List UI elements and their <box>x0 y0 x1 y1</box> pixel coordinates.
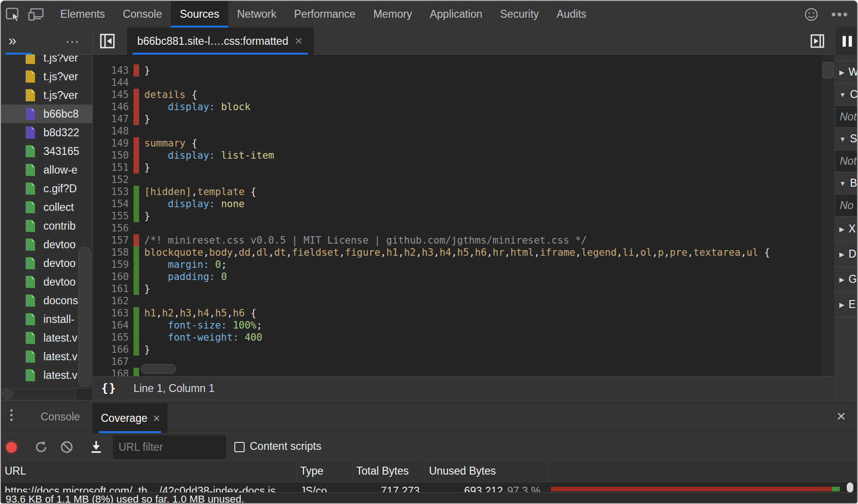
file-tree-item[interactable]: t.js?ver <box>1 55 93 67</box>
sidebar-section-header[interactable]: ▶E <box>835 292 858 317</box>
line-number[interactable]: 162 <box>93 295 129 307</box>
file-tree-item[interactable]: collect <box>1 198 93 217</box>
column-header-type[interactable]: Type <box>300 465 324 477</box>
line-number[interactable]: 155 <box>93 210 129 222</box>
line-number[interactable]: 150 <box>93 149 129 161</box>
file-tree-item[interactable]: c.gif?D <box>1 179 93 198</box>
file-tree-item[interactable]: t.js?ver <box>1 86 93 105</box>
code-text[interactable]: margin: 0; <box>144 259 227 271</box>
line-number[interactable]: 154 <box>93 198 129 210</box>
editor-vertical-scrollbar[interactable] <box>823 62 834 78</box>
drawer-close-icon[interactable]: × <box>837 408 846 424</box>
top-tab-network[interactable]: Network <box>228 1 285 28</box>
line-number[interactable]: 163 <box>93 307 129 319</box>
record-coverage-button[interactable] <box>6 442 17 453</box>
code-text[interactable]: padding: 0 <box>144 271 227 283</box>
file-tree-item[interactable]: 343165 <box>1 142 93 161</box>
code-text[interactable]: /*! minireset.css v0.0.5 | MIT License |… <box>144 234 587 246</box>
sidebar-section-header[interactable]: ▶X <box>835 217 858 242</box>
code-text[interactable]: display: block <box>144 101 251 113</box>
code-text[interactable]: [hidden],template { <box>144 186 256 198</box>
top-tab-sources[interactable]: Sources <box>171 1 228 28</box>
sidebar-section-header[interactable]: ▼S <box>835 128 858 150</box>
hide-navigator-icon[interactable] <box>100 34 115 49</box>
line-number[interactable]: 164 <box>93 319 129 331</box>
sidebar-section-header[interactable]: ▶D <box>835 242 858 267</box>
code-text[interactable]: summary { <box>144 137 197 149</box>
code-text[interactable]: } <box>144 343 150 356</box>
file-tree-item[interactable]: t.js?ver <box>1 67 93 86</box>
pause-script-button[interactable] <box>835 28 858 55</box>
code-text[interactable]: details { <box>144 89 197 101</box>
line-number[interactable]: 145 <box>93 89 129 101</box>
table-vertical-scrollbar[interactable] <box>847 483 853 492</box>
clear-block-icon[interactable] <box>60 440 74 454</box>
top-tab-security[interactable]: Security <box>491 1 548 28</box>
line-number[interactable]: 143 <box>93 64 129 77</box>
pretty-print-icon[interactable]: {} <box>101 382 117 395</box>
code-text[interactable]: } <box>144 64 150 77</box>
line-number[interactable]: 151 <box>93 161 129 174</box>
code-text[interactable]: font-size: 100%; <box>144 319 262 331</box>
line-number[interactable]: 152 <box>93 174 129 186</box>
top-tab-performance[interactable]: Performance <box>285 1 365 28</box>
column-header-unused[interactable]: Unused Bytes <box>429 465 496 477</box>
line-number[interactable]: 149 <box>93 137 129 149</box>
coverage-tab-close-icon[interactable]: × <box>153 411 160 426</box>
drawer-menu-icon[interactable] <box>10 409 13 421</box>
top-tab-memory[interactable]: Memory <box>365 1 421 28</box>
device-toolbar-icon[interactable] <box>28 7 45 21</box>
file-tree-item[interactable]: b66bc8 <box>1 105 93 123</box>
editor-horizontal-scrollbar[interactable] <box>141 364 176 374</box>
code-text[interactable]: blockquote,body,dd,dl,dt,fieldset,figure… <box>144 246 770 259</box>
main-menu-icon[interactable]: ••• <box>831 10 849 19</box>
line-number[interactable]: 165 <box>93 331 129 343</box>
drawer-tab-coverage[interactable]: Coverage × <box>92 403 168 433</box>
line-number[interactable]: 147 <box>93 113 129 125</box>
code-text[interactable]: display: none <box>144 198 245 210</box>
line-number[interactable]: 157 <box>93 234 129 246</box>
line-number[interactable]: 148 <box>93 125 129 137</box>
line-number[interactable]: 160 <box>93 271 129 283</box>
code-text[interactable]: h1,h2,h3,h4,h5,h6 { <box>144 307 256 319</box>
sidebar-section-header[interactable]: ▶W <box>835 61 858 84</box>
code-text[interactable]: } <box>144 283 150 295</box>
code-editor[interactable]: 143}144145details {146 display: block147… <box>93 55 835 400</box>
file-tab-close-icon[interactable]: × <box>295 36 302 46</box>
code-text[interactable]: font-weight: 400 <box>144 331 262 343</box>
feedback-smiley-icon[interactable] <box>804 7 819 22</box>
more-tabs-icon[interactable]: » <box>8 32 16 49</box>
top-tab-elements[interactable]: Elements <box>51 1 114 28</box>
sidebar-section-header[interactable]: ▼B <box>835 172 858 195</box>
top-tab-console[interactable]: Console <box>114 1 171 28</box>
line-number[interactable]: 167 <box>93 356 129 368</box>
line-number[interactable]: 156 <box>93 222 129 234</box>
inspect-element-icon[interactable] <box>6 7 21 22</box>
show-debugger-sidebar-icon[interactable] <box>810 34 824 48</box>
code-text[interactable]: } <box>144 113 150 125</box>
top-tab-audits[interactable]: Audits <box>548 1 595 28</box>
navigator-vertical-scrollbar[interactable] <box>78 247 91 387</box>
code-text[interactable]: display: list-item <box>144 149 274 161</box>
file-tree-item[interactable]: b8d322 <box>1 123 93 142</box>
drawer-tab-console[interactable]: Console <box>41 400 80 433</box>
line-number[interactable]: 158 <box>93 246 129 259</box>
coverage-table-row[interactable]: https://docs.microsoft.com/_th..../42c0d… <box>1 483 858 492</box>
line-number[interactable]: 146 <box>93 101 129 113</box>
url-filter-input[interactable] <box>113 435 226 459</box>
line-number[interactable]: 161 <box>93 283 129 295</box>
line-number[interactable]: 166 <box>93 343 129 356</box>
export-download-icon[interactable] <box>90 440 103 454</box>
top-tab-application[interactable]: Application <box>421 1 492 28</box>
column-header-total[interactable]: Total Bytes <box>356 465 409 477</box>
sidebar-section-header[interactable]: ▶G <box>835 267 858 292</box>
column-header-url[interactable]: URL <box>5 465 26 477</box>
code-lines[interactable]: 143}144145details {146 display: block147… <box>93 64 835 380</box>
line-number[interactable]: 159 <box>93 259 129 271</box>
content-scripts-checkbox[interactable] <box>234 442 245 452</box>
reload-icon[interactable] <box>34 440 48 454</box>
navigator-more-icon[interactable]: ⋯ <box>65 33 79 49</box>
code-text[interactable]: } <box>144 210 150 222</box>
sidebar-section-header[interactable]: ▼C <box>835 84 858 106</box>
file-tree-item[interactable]: contrib <box>1 217 93 235</box>
